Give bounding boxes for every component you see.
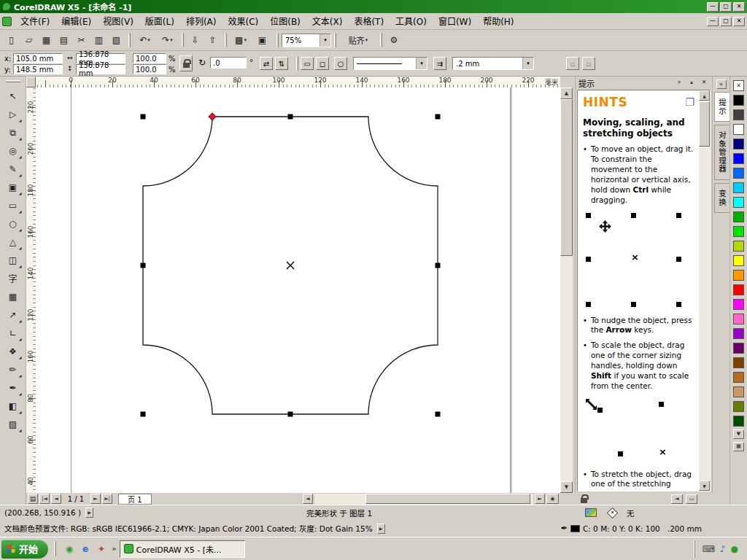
- menu-item[interactable]: 位图(B): [264, 12, 306, 30]
- docker-box-button[interactable]: ▭: [686, 494, 697, 504]
- horizontal-scroll-thumb[interactable]: [365, 494, 530, 504]
- hints-scroll-thumb[interactable]: [699, 101, 710, 147]
- hints-topics-icon[interactable]: ❒: [685, 96, 694, 109]
- menu-item[interactable]: 版面(L): [139, 12, 180, 30]
- options-button[interactable]: ⚙: [385, 32, 403, 49]
- palette-color[interactable]: [733, 226, 744, 237]
- palette-color[interactable]: [733, 357, 744, 368]
- horizontal-scrollbar[interactable]: [314, 494, 533, 505]
- redo-button[interactable]: ↷▾: [156, 32, 179, 49]
- palette-expand-button[interactable]: ▦: [733, 442, 744, 451]
- drawing-canvas[interactable]: [36, 88, 560, 493]
- menu-item[interactable]: 文件(F): [15, 12, 55, 30]
- mdi-close-button[interactable]: ✕: [733, 17, 745, 26]
- quick-launch-corel-icon[interactable]: ✦: [94, 542, 109, 556]
- page-sorter-button[interactable]: ▤: [28, 494, 38, 504]
- scale-h-field[interactable]: 100.0: [133, 53, 166, 63]
- menu-item[interactable]: 排列(A): [180, 12, 222, 30]
- interactive-fill-tool[interactable]: ▨ ◢: [4, 415, 23, 433]
- taskbar-window-button[interactable]: CorelDRAW X5 - [未...: [120, 540, 245, 558]
- convert-to-curves-button[interactable]: ◻: [316, 57, 329, 70]
- mdi-minimize-button[interactable]: —: [707, 17, 719, 26]
- mirror-horizontal-button[interactable]: ⇄: [260, 57, 273, 70]
- palette-color[interactable]: [733, 124, 744, 135]
- print-button[interactable]: ▤: [55, 32, 73, 49]
- x-position-field[interactable]: 105.0 mm: [13, 53, 63, 63]
- status-expand-button[interactable]: ▶: [377, 524, 385, 534]
- snap-to-button[interactable]: 贴齐 ▾: [339, 32, 377, 49]
- object-height-field[interactable]: 136.878 mm: [76, 64, 125, 74]
- scale-v-field[interactable]: 100.0: [133, 64, 166, 74]
- first-page-button[interactable]: |◄: [39, 494, 50, 504]
- y-position-field[interactable]: 148.5 mm: [13, 64, 63, 74]
- blend-tool[interactable]: ❖ ◢: [4, 342, 23, 360]
- menu-item[interactable]: 窗口(W): [433, 12, 477, 30]
- selected-node[interactable]: [209, 113, 216, 120]
- navigator-button[interactable]: ◉: [546, 494, 559, 504]
- palette-color[interactable]: [733, 211, 744, 222]
- docker-collapse-button[interactable]: ▴: [686, 78, 697, 88]
- palette-color[interactable]: [733, 386, 744, 397]
- close-button[interactable]: ✕: [733, 2, 745, 12]
- tray-input-icon[interactable]: ⌨: [703, 544, 715, 554]
- palette-color[interactable]: [733, 109, 744, 120]
- text-tool[interactable]: 字: [4, 269, 23, 287]
- scroll-right-button[interactable]: ►: [535, 494, 545, 504]
- minimize-button[interactable]: —: [707, 2, 719, 12]
- lock-ratio-button[interactable]: [179, 55, 193, 71]
- palette-color[interactable]: [733, 284, 744, 295]
- menu-item[interactable]: 帮助(H): [477, 12, 519, 30]
- scroll-up-button[interactable]: ▲: [560, 88, 573, 99]
- copy-button[interactable]: ▥: [90, 32, 108, 49]
- undo-button[interactable]: ↶▾: [133, 32, 156, 49]
- palette-scroll-down-button[interactable]: ▼: [733, 429, 744, 439]
- maximize-button[interactable]: ▢: [720, 2, 732, 12]
- menu-item[interactable]: 文本(X): [306, 12, 349, 30]
- next-page-button[interactable]: ►: [90, 494, 101, 504]
- palette-color[interactable]: [733, 182, 744, 193]
- object-center-marker[interactable]: [287, 262, 294, 269]
- vertical-scrollbar[interactable]: ▲ ▼: [560, 88, 573, 493]
- table-tool[interactable]: ▦: [4, 287, 23, 306]
- fill-tool[interactable]: ◧ ◢: [4, 397, 23, 415]
- scroll-left-button[interactable]: ◄: [303, 494, 313, 504]
- color-settings-icon[interactable]: [585, 508, 597, 517]
- scroll-up-button[interactable]: ▲: [699, 90, 710, 101]
- dimension-tool[interactable]: ↗ ◢: [4, 306, 23, 324]
- vertical-scroll-thumb[interactable]: [560, 99, 573, 256]
- paste-button[interactable]: ▧: [108, 32, 125, 49]
- open-button[interactable]: ▱: [20, 32, 38, 49]
- mirror-vertical-button[interactable]: ⇅: [275, 57, 288, 70]
- mdi-restore-button[interactable]: ▢: [720, 17, 732, 26]
- menu-item[interactable]: 效果(C): [222, 12, 264, 30]
- start-button[interactable]: 开始: [1, 540, 48, 559]
- docker-tab[interactable]: 提示: [714, 92, 731, 122]
- docker-back-button[interactable]: ◄: [671, 494, 683, 504]
- palette-color[interactable]: [733, 270, 744, 281]
- rotation-angle-field[interactable]: .0: [210, 57, 247, 69]
- crop-tool[interactable]: ⧉ ◢: [4, 123, 23, 141]
- chevron-down-icon[interactable]: ▾: [416, 58, 427, 69]
- docker-tab[interactable]: 对象管理器: [714, 125, 731, 180]
- outline-width-combo[interactable]: .2 mm ▾: [452, 57, 534, 70]
- ruler-origin-button[interactable]: [26, 77, 36, 88]
- scroll-down-button[interactable]: ▼: [560, 481, 573, 493]
- menu-item[interactable]: 工具(O): [390, 12, 433, 30]
- outline-pen-tool[interactable]: ✒ ◢: [4, 378, 23, 397]
- chevron-down-icon[interactable]: ▾: [320, 34, 330, 47]
- hints-scrollbar[interactable]: ▲ ▼: [699, 90, 710, 491]
- palette-color[interactable]: [733, 168, 744, 179]
- docker-close-button[interactable]: ✕: [699, 78, 709, 88]
- palette-color[interactable]: [733, 139, 744, 149]
- palette-color[interactable]: [733, 343, 744, 354]
- lock-docker-icon[interactable]: [581, 498, 587, 503]
- perfect-shape-button[interactable]: ○: [334, 57, 347, 70]
- eyedropper-tool[interactable]: ✏ ◢: [4, 360, 23, 378]
- zoom-tool[interactable]: ◎ ◢: [4, 141, 23, 160]
- status-expand-button[interactable]: ▶: [85, 508, 93, 518]
- palette-color[interactable]: [733, 255, 744, 266]
- tray-volume-icon[interactable]: ♪: [720, 544, 726, 554]
- menu-item[interactable]: 表格(T): [348, 12, 390, 30]
- cut-button[interactable]: ✂: [73, 32, 90, 49]
- toolbox-grip[interactable]: [6, 80, 20, 82]
